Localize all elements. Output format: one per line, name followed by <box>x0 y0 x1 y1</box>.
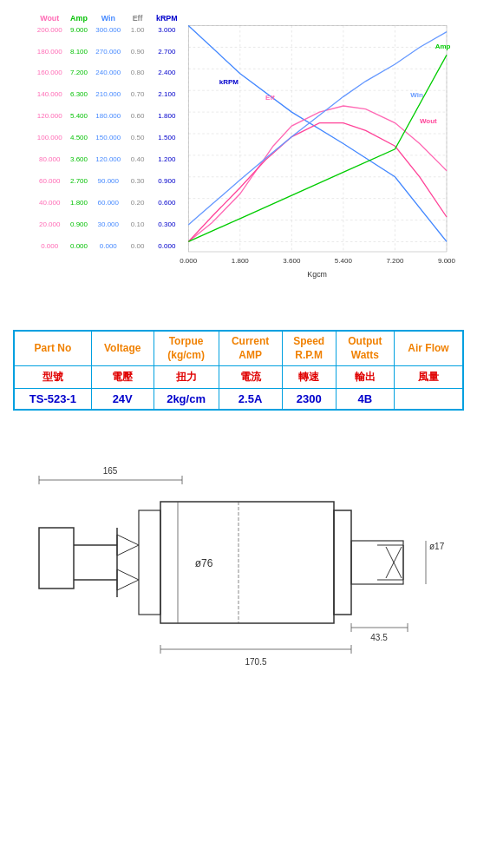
amp-val-7: 2.700 <box>70 177 88 185</box>
amp-val-8: 1.800 <box>70 199 88 207</box>
cell-part-no: TS-523-1 <box>14 389 91 411</box>
amp-val-6: 3.600 <box>70 155 88 163</box>
header-speed: SpeedR.P.M <box>282 331 336 366</box>
krpm-val-10: 0.000 <box>158 242 176 250</box>
eff-val-5: 0.50 <box>131 134 145 141</box>
header-cn-part-no: 型號 <box>14 366 91 389</box>
win-val-10: 0.000 <box>100 242 118 250</box>
wout-val-5: 100.000 <box>37 134 62 141</box>
krpm-val-6: 1.200 <box>158 155 176 163</box>
amp-label: Amp <box>435 43 451 50</box>
cell-voltage: 24V <box>91 389 154 411</box>
wout-val-9: 20.000 <box>39 220 61 228</box>
x-tick-0: 0.000 <box>180 257 198 265</box>
x-tick-2: 3.600 <box>283 257 301 265</box>
header-part-no: Part No <box>14 331 91 366</box>
wout-val-6: 80.000 <box>39 155 61 163</box>
amp-val-0: 9.000 <box>70 26 88 34</box>
cell-current: 2.5A <box>219 389 282 411</box>
amp-header: Amp <box>70 14 88 23</box>
shaft-diameter-label: ø17 <box>429 542 445 551</box>
eff-val-3: 0.70 <box>131 90 145 98</box>
table-header-cn: 型號 電壓 扭力 電流 轉速 輸出 風量 <box>14 366 463 389</box>
header-current: CurrentAMP <box>219 331 282 366</box>
header-cn-current: 電流 <box>219 366 282 389</box>
wout-val-4: 120.000 <box>37 112 62 120</box>
x-axis-label: Kgcm <box>307 270 327 279</box>
cell-speed: 2300 <box>282 389 336 411</box>
shaft-length-label: 165 <box>103 466 118 476</box>
krpm-header: kRPM <box>156 14 178 23</box>
win-val-1: 270.000 <box>95 48 121 56</box>
header-cn-airflow: 風量 <box>394 366 463 389</box>
eff-header: Eff <box>133 14 143 23</box>
eff-val-1: 0.90 <box>131 48 145 56</box>
header-cn-output: 輸出 <box>336 366 394 389</box>
amp-val-2: 7.200 <box>70 69 88 76</box>
svg-rect-29 <box>334 510 351 615</box>
krpm-val-8: 0.600 <box>158 199 176 207</box>
chart-section: Wout Amp Win Eff kRPM 200.000 180.000 16… <box>0 0 477 321</box>
specs-table: Part No Voltage Torpue(kg/cm) CurrentAMP… <box>13 330 464 411</box>
krpm-val-1: 2.700 <box>158 48 176 56</box>
amp-val-9: 0.900 <box>70 220 88 228</box>
x-tick-5: 9.000 <box>438 257 456 265</box>
x-tick-4: 7.200 <box>386 257 404 265</box>
header-voltage: Voltage <box>91 331 154 366</box>
wout-val-0: 200.000 <box>37 26 62 34</box>
tail-dimension-label: 43.5 <box>370 633 388 642</box>
svg-marker-25 <box>117 569 139 590</box>
diameter-label: ø76 <box>195 557 213 569</box>
cell-airflow <box>394 389 463 411</box>
wout-val-10: 0.000 <box>41 242 59 250</box>
svg-rect-0 <box>27 9 451 286</box>
overall-length-label: 170.5 <box>245 657 266 667</box>
krpm-val-7: 0.900 <box>158 177 176 185</box>
eff-val-4: 0.60 <box>131 112 145 120</box>
header-cn-voltage: 電壓 <box>91 366 154 389</box>
table-row: TS-523-1 24V 2kg/cm 2.5A 2300 4B <box>14 389 463 411</box>
krpm-val-9: 0.300 <box>158 220 176 228</box>
eff-val-2: 0.80 <box>131 69 145 76</box>
cell-torque: 2kg/cm <box>154 389 219 411</box>
eff-curve-label: Eff <box>265 94 275 102</box>
svg-rect-26 <box>139 510 160 615</box>
header-output: OutputWatts <box>336 331 394 366</box>
wout-val-7: 60.000 <box>39 177 61 185</box>
krpm-val-4: 1.800 <box>158 112 176 120</box>
win-val-5: 150.000 <box>95 134 121 141</box>
header-cn-speed: 轉速 <box>282 366 336 389</box>
wout-val-1: 180.000 <box>37 48 62 56</box>
cell-output: 4B <box>336 389 394 411</box>
wout-val-3: 140.000 <box>37 90 62 98</box>
win-val-3: 210.000 <box>95 90 121 98</box>
amp-val-10: 0.000 <box>70 242 88 250</box>
win-val-6: 120.000 <box>95 155 121 163</box>
amp-val-4: 5.400 <box>70 112 88 120</box>
win-val-0: 300.000 <box>95 26 121 34</box>
header-torque: Torpue(kg/cm) <box>154 331 219 366</box>
win-val-8: 60.000 <box>98 199 120 207</box>
x-tick-1: 1.800 <box>232 257 250 265</box>
krpm-val-3: 2.100 <box>158 90 176 98</box>
eff-val-10: 0.00 <box>131 242 145 250</box>
eff-val-9: 0.10 <box>131 220 145 228</box>
win-label: Win <box>410 91 423 99</box>
mechanical-diagram: ø76 ø17 43.5 165 170.5 <box>13 432 464 675</box>
wout-header: Wout <box>40 14 59 23</box>
krpm-val-5: 1.500 <box>158 134 176 141</box>
amp-val-5: 4.500 <box>70 134 88 141</box>
krpm-val-2: 2.400 <box>158 69 176 76</box>
amp-val-1: 8.100 <box>70 48 88 56</box>
win-header: Win <box>101 14 115 23</box>
wout-label: Wout <box>420 117 437 125</box>
krpm-val-0: 3.000 <box>158 26 176 34</box>
win-val-2: 240.000 <box>95 69 121 76</box>
eff-val-0: 1.00 <box>131 26 145 34</box>
wout-val-8: 40.000 <box>39 199 61 207</box>
header-airflow: Air Flow <box>394 331 463 366</box>
diagram-section: ø76 ø17 43.5 165 170.5 <box>0 424 477 691</box>
eff-val-6: 0.40 <box>131 155 145 163</box>
win-val-4: 180.000 <box>95 112 121 120</box>
win-val-7: 90.000 <box>98 177 120 185</box>
